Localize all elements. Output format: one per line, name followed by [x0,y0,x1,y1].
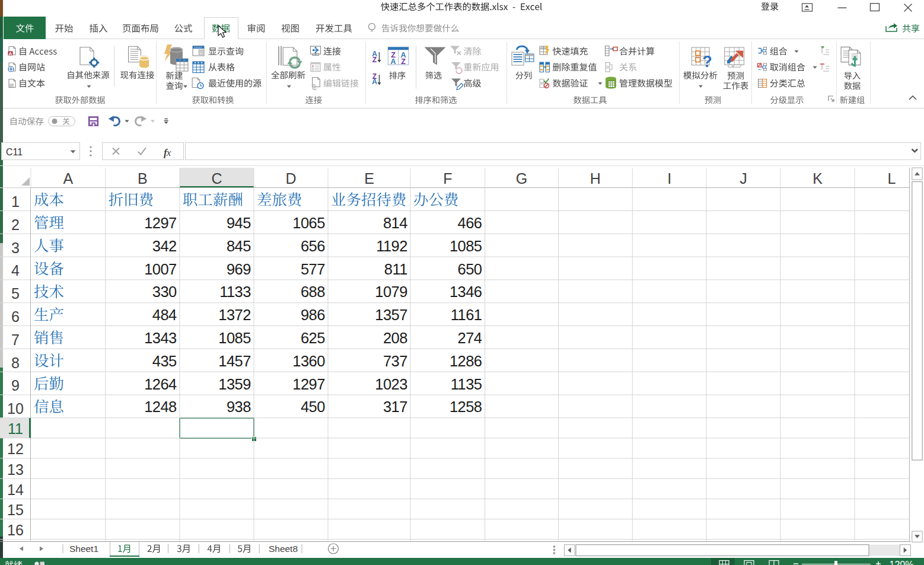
svg-text:Sheet8: Sheet8 [269,544,298,554]
svg-text:5: 5 [11,285,20,302]
svg-text:1161: 1161 [451,307,482,323]
svg-text:C11: C11 [6,147,23,157]
svg-text:1297: 1297 [292,376,325,392]
svg-text:986: 986 [301,307,325,323]
svg-text:435: 435 [152,353,177,369]
svg-text:16: 16 [7,522,24,538]
svg-text:F: F [443,170,452,187]
svg-text:?: ? [702,53,712,71]
svg-text:fx: fx [164,147,171,158]
svg-text:1360: 1360 [292,353,325,369]
svg-text:A: A [63,170,74,187]
svg-text:1085: 1085 [450,238,482,254]
svg-text:1286: 1286 [450,353,482,369]
svg-text:1: 1 [11,193,20,210]
svg-text:688: 688 [301,283,325,300]
svg-text:9: 9 [11,377,20,394]
svg-text:577: 577 [301,261,325,277]
svg-text:I: I [667,170,671,187]
svg-text:1297: 1297 [144,215,177,231]
svg-text:1343: 1343 [144,330,177,346]
svg-text:969: 969 [227,261,251,277]
svg-text:938: 938 [227,398,251,415]
svg-text:484: 484 [152,307,177,323]
svg-text:450: 450 [301,398,325,415]
svg-text:330: 330 [152,283,177,300]
svg-text:120%: 120% [890,560,914,565]
svg-text:1372: 1372 [218,307,251,323]
svg-text:J: J [740,170,747,187]
svg-text:274: 274 [458,330,482,346]
svg-text:11: 11 [8,420,23,437]
svg-text:13: 13 [7,461,24,478]
svg-text:656: 656 [301,238,325,254]
svg-text:625: 625 [301,330,325,346]
svg-text:B: B [138,170,148,187]
svg-text:814: 814 [383,215,407,231]
svg-text:A: A [9,51,12,56]
svg-text:2: 2 [11,216,20,233]
svg-text:945: 945 [227,215,251,231]
svg-text:1264: 1264 [144,376,177,392]
svg-text:1457: 1457 [218,353,251,369]
svg-text:1248: 1248 [144,398,177,415]
svg-text:1359: 1359 [218,376,251,392]
svg-text:1346: 1346 [450,283,482,300]
svg-text:650: 650 [458,261,482,277]
svg-text:317: 317 [383,398,407,415]
svg-text:8: 8 [11,355,20,371]
svg-text:845: 845 [227,238,251,254]
svg-text:4: 4 [11,262,20,279]
svg-text:C: C [211,170,222,187]
svg-text:15: 15 [7,502,24,518]
svg-text:208: 208 [383,330,407,346]
svg-text:1192: 1192 [376,238,407,254]
svg-text:1258: 1258 [450,398,482,415]
svg-text:737: 737 [383,353,407,369]
svg-text:A: A [372,78,377,86]
svg-text:466: 466 [458,215,482,231]
svg-text:3: 3 [11,240,20,256]
svg-text:14: 14 [7,481,24,498]
svg-text:Z: Z [372,56,377,64]
svg-text:7: 7 [11,331,20,348]
svg-text:Z: Z [401,58,406,66]
svg-text:1085: 1085 [218,330,251,346]
svg-text:1065: 1065 [292,215,325,231]
svg-text:1079: 1079 [375,283,407,300]
svg-text:1023: 1023 [375,376,407,392]
svg-text:D: D [285,170,296,187]
svg-text:811: 811 [384,261,407,277]
svg-text:10: 10 [7,400,24,417]
svg-text:K: K [813,170,823,187]
svg-text:G: G [516,170,527,187]
svg-text:1007: 1007 [144,261,177,277]
svg-text:1357: 1357 [375,307,407,323]
svg-text:12: 12 [7,440,24,457]
svg-text:6: 6 [11,308,20,325]
svg-text:1133: 1133 [219,283,251,300]
svg-text:L: L [888,170,896,187]
svg-text:H: H [590,170,601,187]
svg-text:A: A [390,58,396,66]
svg-text:E: E [364,170,374,187]
svg-text:342: 342 [152,238,177,254]
svg-text:Sheet1: Sheet1 [69,544,98,554]
svg-text:1135: 1135 [451,376,482,392]
